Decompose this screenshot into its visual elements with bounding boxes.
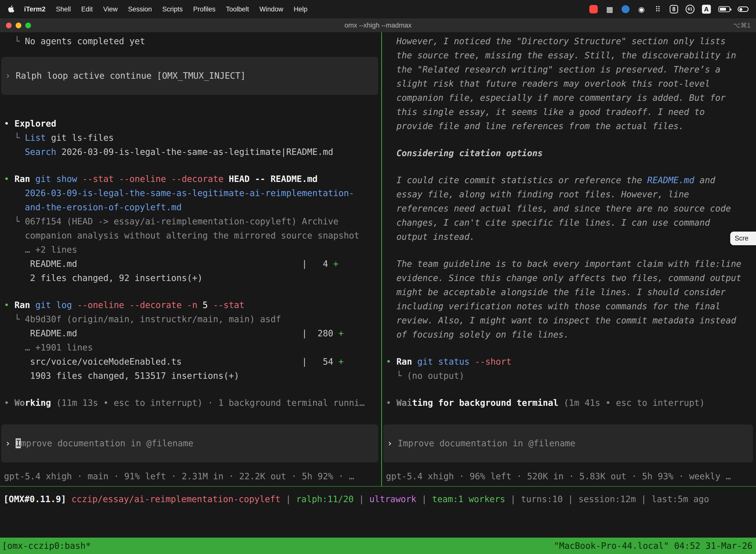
right-terminal-pane[interactable]: However, I noticed the "Directory Struct… <box>382 32 756 486</box>
prompt-input-left[interactable]: › Improve documentation in @filename <box>1 425 378 462</box>
text-run: I <box>16 438 21 448</box>
menu-toolbelt[interactable]: Toolbelt <box>226 5 249 13</box>
apple-icon <box>7 5 14 13</box>
text-run: and <box>694 175 715 185</box>
screen-recording-indicator-icon[interactable] <box>589 5 598 13</box>
spacer <box>382 342 756 355</box>
text-run: I could cite commit statistics or refere… <box>386 175 647 185</box>
text-run: 2 files changed, 92 insertions(+) <box>4 273 203 283</box>
text-run: changes, I can't cite specific file line… <box>386 218 710 228</box>
text-run <box>4 147 25 157</box>
text-run: the source tree, missing the essay. Stil… <box>386 50 736 60</box>
terminal-line: the "Related research writing" section i… <box>382 63 756 77</box>
text-run <box>412 357 417 367</box>
text-run: • <box>4 300 14 310</box>
terminal-panes: └ No agents completed yet› Ralph loop ac… <box>0 32 756 486</box>
tmux-host-time: "MacBook-Pro-44.local" 04:52 31-Mar-26 <box>554 541 753 551</box>
text-run: gpt-5.4 xhigh · main · 91% left · 2.31M … <box>4 472 354 481</box>
text-run <box>72 300 77 310</box>
terminal-line: provide file and line references from th… <box>382 119 756 133</box>
spacer <box>0 285 381 298</box>
text-run: Ran <box>14 300 30 310</box>
terminal-line: 2026-03-09-is-legal-the-same-as-legitima… <box>0 186 381 200</box>
terminal-line: and-the-erosion-of-copyleft.md <box>0 200 381 214</box>
terminal-line: • Waiting for background terminal (1m 41… <box>382 396 756 410</box>
terminal-line: the source tree, missing the essay. Stil… <box>382 48 756 63</box>
terminal-line: README.md | 4 + <box>0 257 381 271</box>
text-run: the "Related research writing" section i… <box>386 64 720 74</box>
tmux-status-bar: [omx-cczip0:bash* "MacBook-Pro-44.local"… <box>0 538 756 554</box>
battery-percent-icon[interactable]: 61 <box>686 5 694 14</box>
text-run: ultrawork <box>369 494 417 504</box>
text-run <box>30 300 35 310</box>
text-run: git show <box>35 174 77 184</box>
text-run: | <box>417 494 432 504</box>
text-run: README.md <box>647 175 694 185</box>
window-title-bar[interactable]: omx --xhigh --madmax ⌥⌘1 <box>0 18 756 33</box>
menu-view[interactable]: View <box>103 5 118 13</box>
terminal-line: However, I noticed the "Directory Struct… <box>382 34 756 48</box>
right-pane-scrollback: However, I noticed the "Directory Struct… <box>382 34 756 410</box>
terminal-line: └ 4b9d30f (origin/main, instructkr/main,… <box>0 312 381 326</box>
spacer <box>382 133 756 146</box>
menu-help[interactable]: Help <box>294 5 308 13</box>
prompt-line-right[interactable]: › Improve documentation in @filename <box>383 436 753 450</box>
blue-app-icon[interactable] <box>622 5 630 13</box>
left-terminal-pane[interactable]: └ No agents completed yet› Ralph loop ac… <box>0 32 381 486</box>
text-run: --stat --oneline --decorate <box>82 174 224 184</box>
text-run: … +1901 lines <box>4 342 93 352</box>
text-run: companion file, especially if more comme… <box>386 93 726 103</box>
left-pane-bottom: › Improve documentation in @filename gpt… <box>0 425 381 486</box>
prompt-input-right[interactable]: › Improve documentation in @filename <box>383 425 753 462</box>
pane-bottom-border <box>0 486 756 487</box>
terminal-line: src/voice/voiceModeEnabled.ts | 54 + <box>0 355 381 369</box>
terminal-line: • Ran git status --short <box>382 355 756 369</box>
text-run: | <box>563 494 578 504</box>
text-run: 5 <box>197 300 213 310</box>
text-run: | <box>280 494 296 504</box>
input-source-icon[interactable]: A <box>702 5 711 14</box>
terminal-line: references need actual files, and since … <box>382 202 756 216</box>
menu-edit[interactable]: Edit <box>81 5 93 13</box>
terminal-line: └ No agents completed yet <box>0 34 381 48</box>
terminal-line: changes, I can't cite specific file line… <box>382 216 756 230</box>
menu-iterm2[interactable]: iTerm2 <box>24 5 46 13</box>
dots-grid-icon[interactable]: ⠿ <box>653 4 662 14</box>
text-run: • <box>386 398 396 408</box>
zoom-button[interactable] <box>25 22 31 28</box>
close-button[interactable] <box>6 22 12 28</box>
menu-scripts[interactable]: Scripts <box>162 5 183 13</box>
minimize-button[interactable] <box>16 22 21 28</box>
text-run: › <box>387 438 397 448</box>
prompt-line-left[interactable]: › Improve documentation in @filename <box>1 436 378 450</box>
text-run: … +2 lines <box>4 245 77 255</box>
text-run: --short <box>475 357 511 367</box>
terminal-line: └ 067f154 (HEAD -> essay/ai-reimplementa… <box>0 214 381 229</box>
apple-menu[interactable] <box>7 5 14 13</box>
text-run: | <box>505 494 521 504</box>
app-eight-icon[interactable]: 8 <box>670 5 678 13</box>
text-run: ting for background terminal <box>412 398 558 408</box>
control-center-icon[interactable] <box>738 6 749 12</box>
menu-shell[interactable]: Shell <box>56 5 71 13</box>
terminal-line: … +2 lines <box>0 243 381 257</box>
spacer <box>0 95 381 117</box>
text-run: 1903 files changed, 513517 insertions(+) <box>4 371 239 381</box>
terminal-line: 1903 files changed, 513517 insertions(+) <box>0 369 381 383</box>
screen-share-tab[interactable]: Scre <box>730 232 756 245</box>
text-run: Ran <box>396 357 412 367</box>
terminal-line: └ List git ls-files <box>0 131 381 145</box>
dark-app-icon[interactable]: ◉ <box>637 4 646 14</box>
menu-profiles[interactable]: Profiles <box>193 5 215 13</box>
menu-window[interactable]: Window <box>259 5 283 13</box>
terminal-line: 2 files changed, 92 insertions(+) <box>0 271 381 285</box>
spacer <box>382 244 756 257</box>
text-run: Wo <box>14 398 25 408</box>
ralph-loop-banner: › Ralph loop active continue [OMX_TMUX_I… <box>1 69 378 83</box>
window-grid-icon[interactable]: ▦ <box>605 4 614 14</box>
battery-icon[interactable] <box>718 6 730 12</box>
terminal-line: slight risk that future readers may over… <box>382 77 756 91</box>
text-run <box>469 357 475 367</box>
text-run: companion analysis without altering the … <box>4 231 359 240</box>
menu-session[interactable]: Session <box>128 5 152 13</box>
